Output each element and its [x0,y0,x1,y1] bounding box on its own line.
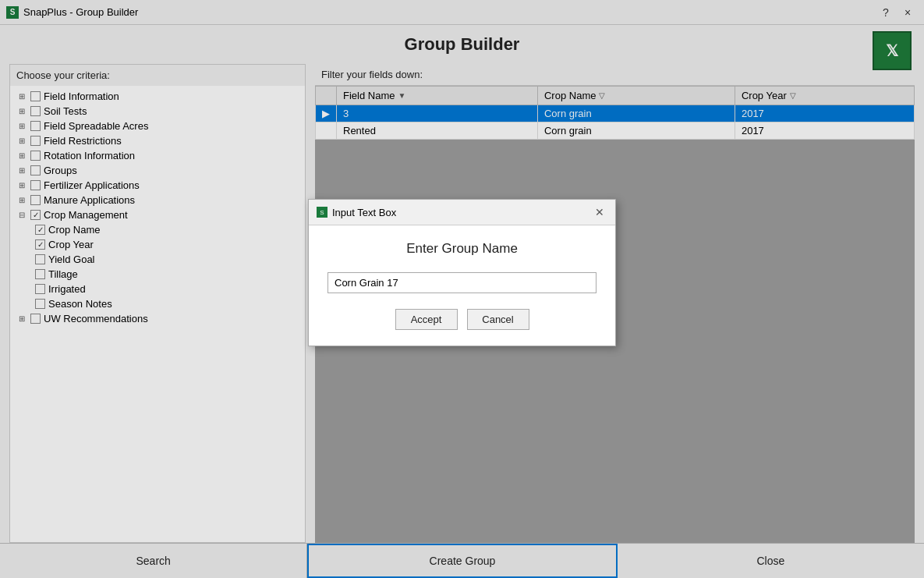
modal-close-button[interactable]: ✕ [592,204,607,220]
modal-title: Input Text Box [332,207,396,218]
modal-dialog: S Input Text Box ✕ Enter Group Name Acce… [308,199,616,346]
group-name-input[interactable] [327,272,597,293]
modal-titlebar-left: S Input Text Box [317,207,396,218]
modal-titlebar: S Input Text Box ✕ [309,200,615,225]
modal-buttons: Accept Cancel [327,309,597,330]
modal-heading: Enter Group Name [327,241,597,257]
modal-body: Enter Group Name Accept Cancel [309,225,615,346]
cancel-button[interactable]: Cancel [467,309,529,330]
accept-button[interactable]: Accept [395,309,458,330]
modal-icon: S [317,207,327,218]
modal-overlay: S Input Text Box ✕ Enter Group Name Acce… [0,0,924,578]
